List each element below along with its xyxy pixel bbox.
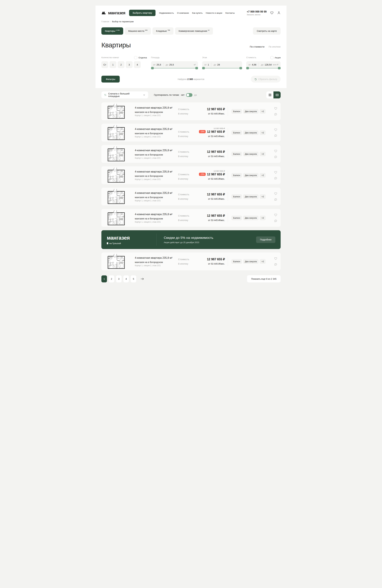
tab-apartments[interactable]: Квартиры2 345 <box>101 27 123 35</box>
slider-handle-max[interactable] <box>195 67 198 69</box>
listing-card[interactable]: гард. 2,8 прих. 3,5 с/у 5,1 кухня- гости… <box>101 102 281 120</box>
finish-checkbox[interactable] <box>134 56 137 59</box>
room-button-1[interactable]: 1 <box>110 61 116 68</box>
tab-parking[interactable]: Машино-места345 <box>125 27 151 35</box>
slider-handle-max[interactable] <box>239 67 242 69</box>
promo-checkbox-wrap[interactable]: Акция <box>270 56 281 59</box>
listing-card[interactable]: гард. 2,8 прих. 3,5 с/у 5,1 кухня- гости… <box>101 145 281 163</box>
nav-item-about[interactable]: О компании <box>177 12 189 14</box>
tag-bathrooms[interactable]: Два санузла <box>243 216 258 220</box>
nav-item-news[interactable]: Новости и акции <box>206 12 222 14</box>
price-from-input[interactable]: 4,56 <box>252 63 256 66</box>
favorite-heart-icon[interactable] <box>274 149 277 153</box>
list-view-button[interactable] <box>273 91 281 98</box>
tag-bathrooms[interactable]: Два санузла <box>243 173 258 178</box>
sort-select[interactable]: Сначала с большей площадью <box>101 91 148 98</box>
tag-more[interactable]: +2 <box>260 109 266 114</box>
comment-icon[interactable] <box>274 177 277 180</box>
nav-item-contacts[interactable]: Контакты <box>225 12 235 14</box>
promo-checkbox[interactable] <box>270 56 273 59</box>
floor-to-input[interactable]: 28 <box>217 63 220 66</box>
tag-more[interactable]: +2 <box>260 152 266 156</box>
card-title[interactable]: 4-комнатная квартира 235,8 м² <box>135 213 178 216</box>
comment-icon[interactable] <box>274 155 277 159</box>
favorite-heart-icon[interactable] <box>274 107 277 110</box>
card-title[interactable]: 4-комнатная квартира 235,8 м² <box>135 106 178 109</box>
tag-more[interactable]: +2 <box>260 259 266 264</box>
area-from-input[interactable]: 25,5 <box>157 63 161 66</box>
room-button-studio[interactable]: Ст <box>101 61 108 68</box>
comment-icon[interactable] <box>274 113 277 116</box>
banner-details-button[interactable]: Подробнее <box>256 236 275 243</box>
tab-storage[interactable]: Кладовые768 <box>153 27 174 35</box>
favorites-heart-icon[interactable] <box>270 11 274 15</box>
price-to-input[interactable]: 128,54 <box>265 63 271 66</box>
comment-icon[interactable] <box>274 219 277 222</box>
tag-balcony[interactable]: Балкон <box>231 259 242 264</box>
order-call-link[interactable]: Заказать звонок <box>247 14 267 16</box>
card-title[interactable]: 4-комнатная квартира 235,8 м² <box>135 149 178 152</box>
reset-filter-button[interactable]: Сбросить фильтр <box>251 76 281 83</box>
slider-handle-min[interactable] <box>246 67 249 69</box>
tab-commercial[interactable]: Коммерческие помещения12 <box>175 27 213 35</box>
filters-button[interactable]: Фильтры <box>101 76 120 83</box>
tag-balcony[interactable]: Балкон <box>231 109 242 114</box>
group-option-yes[interactable]: да <box>194 94 197 96</box>
tag-balcony[interactable]: Балкон <box>231 194 242 199</box>
page-button-1[interactable]: 1 <box>101 275 107 282</box>
nav-item-how-to-buy[interactable]: Как купить <box>192 12 202 14</box>
favorite-heart-icon[interactable] <box>274 128 277 131</box>
tag-bathrooms[interactable]: Два санузла <box>243 194 258 199</box>
tag-balcony[interactable]: Балкон <box>231 173 242 178</box>
room-button-2[interactable]: 2 <box>118 61 124 68</box>
comment-icon[interactable] <box>274 134 277 137</box>
comment-icon[interactable] <box>274 263 277 266</box>
choose-apartment-button[interactable]: Выбрать квартиру <box>129 10 156 16</box>
card-title[interactable]: 4-комнатная квартира 235,8 м² <box>135 191 178 194</box>
tag-more[interactable]: +2 <box>260 216 266 220</box>
promo-banner[interactable]: мангазея на Тульской Скидки до 5% на нед… <box>101 230 281 249</box>
breadcrumb-home[interactable]: Главная <box>101 20 109 23</box>
sort-by-price-link[interactable]: По стоимости <box>250 45 264 48</box>
page-button-3[interactable]: 3 <box>116 275 122 282</box>
favorite-heart-icon[interactable] <box>274 257 277 260</box>
tag-bathrooms[interactable]: Два санузла <box>243 152 258 156</box>
tag-balcony[interactable]: Балкон <box>231 216 242 220</box>
sort-by-mortgage-link[interactable]: По ипотеке <box>269 45 281 48</box>
slider-handle-min[interactable] <box>202 67 205 69</box>
card-title[interactable]: 4-комнатная квартира 235,8 м² <box>135 127 178 130</box>
group-toggle[interactable] <box>186 93 192 97</box>
listing-card[interactable]: гард. 2,8 прих. 3,5 с/у 5,1 кухня- гости… <box>101 209 281 227</box>
page-button-4[interactable]: 4 <box>123 275 129 282</box>
view-on-map-button[interactable]: Смотреть на карте <box>253 27 281 35</box>
profile-icon[interactable] <box>277 11 281 15</box>
floor-from-input[interactable]: 1 <box>208 63 209 66</box>
grid-view-button[interactable] <box>266 91 273 98</box>
finish-checkbox-wrap[interactable]: Отделка <box>134 56 147 59</box>
logo[interactable]: мангазея <box>101 11 125 15</box>
tag-bathrooms[interactable]: Два санузла <box>243 259 258 264</box>
page-button-5[interactable]: 5 <box>131 275 136 282</box>
tag-balcony[interactable]: Балкон <box>231 130 242 135</box>
show-more-button[interactable]: Показать еще 8 из 2 345 <box>247 275 281 282</box>
room-button-3[interactable]: 3 <box>126 61 133 68</box>
card-title[interactable]: 4-комнатная квартира 235,8 м² <box>135 256 178 259</box>
page-button-2[interactable]: 2 <box>109 275 114 282</box>
favorite-heart-icon[interactable] <box>274 213 277 217</box>
area-to-input[interactable]: 25,5 <box>169 63 174 66</box>
slider-handle-max[interactable] <box>278 67 281 69</box>
tag-balcony[interactable]: Балкон <box>231 152 242 156</box>
tag-more[interactable]: +2 <box>260 130 266 135</box>
card-title[interactable]: 4-комнатная квартира 235,8 м² <box>135 170 178 173</box>
tag-more[interactable]: +2 <box>260 194 266 199</box>
favorite-heart-icon[interactable] <box>274 171 277 174</box>
nav-item-real-estate[interactable]: Недвижимость <box>159 12 174 14</box>
tag-bathrooms[interactable]: Два санузла <box>243 109 258 114</box>
listing-card[interactable]: гард. 2,8 прих. 3,5 с/у 5,1 кухня- гости… <box>101 124 281 142</box>
tag-more[interactable]: +2 <box>260 173 266 178</box>
next-page-arrow-icon[interactable] <box>140 277 144 280</box>
tag-bathrooms[interactable]: Два санузла <box>243 130 258 135</box>
group-option-no[interactable]: нет <box>181 94 184 96</box>
favorite-heart-icon[interactable] <box>274 192 277 195</box>
listing-card[interactable]: гард. 2,8 прих. 3,5 с/у 5,1 кухня- гости… <box>101 188 281 206</box>
